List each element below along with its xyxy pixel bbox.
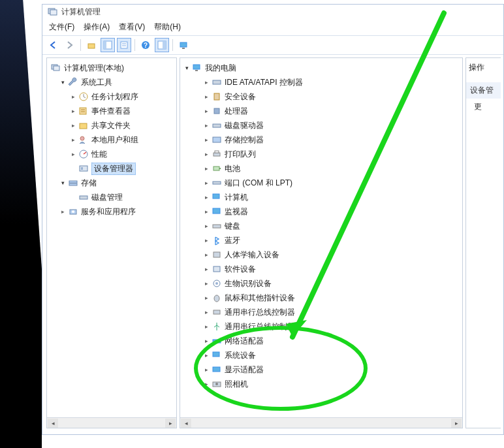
tree-task-scheduler[interactable]: ▸ 任务计划程序 [69,89,175,104]
chevron-right-icon[interactable]: ▸ [202,309,210,315]
tree-services[interactable]: ▸ 服务和应用程序 [59,204,175,219]
tree-usb-hub[interactable]: ▸通用串行总线控制器 [202,305,461,319]
tree-root-my-computer[interactable]: ▾ 我的电脑 [183,61,461,75]
biometric-icon [212,278,222,289]
chevron-right-icon[interactable]: ▸ [202,323,210,330]
scroll-right-icon[interactable]: ▸ [451,419,462,428]
chevron-right-icon[interactable]: ▸ [69,136,77,143]
chevron-right-icon[interactable]: ▸ [202,208,210,215]
tree-disk-drives[interactable]: ▸磁盘驱动器 [202,118,461,133]
svg-point-48 [215,282,218,285]
chevron-down-icon[interactable]: ▾ [59,79,67,86]
chevron-right-icon[interactable]: ▸ [202,338,210,344]
tree-mouse[interactable]: ▸鼠标和其他指针设备 [202,291,461,305]
properties-button[interactable] [117,38,131,52]
chevron-right-icon[interactable]: ▸ [202,194,210,200]
tree-display-adapters[interactable]: ▸显示适配器 [202,362,461,377]
chevron-right-icon[interactable]: ▸ [202,352,210,359]
tree-usb-controllers[interactable]: ▸通用串行总线控制器 [202,319,461,334]
chevron-right-icon[interactable]: ▸ [202,381,210,387]
svg-rect-44 [213,225,221,228]
tree-device-manager[interactable]: 设备管理器 [69,161,175,176]
tree-label: 事件查看器 [91,106,131,117]
chevron-right-icon[interactable]: ▸ [202,180,210,186]
chevron-right-icon[interactable]: ▸ [202,79,210,86]
tree-performance[interactable]: ▸ 性能 [69,147,175,161]
tree-hid[interactable]: ▸人体学输入设备 [202,248,461,262]
chevron-right-icon[interactable]: ▸ [202,122,210,129]
center-scrollbar[interactable]: ◂ ▸ [180,417,462,428]
tree-event-viewer[interactable]: ▸ 事件查看器 [69,104,175,118]
scroll-track[interactable] [59,419,165,428]
chevron-right-icon[interactable]: ▸ [69,108,77,114]
svg-rect-40 [219,168,221,169]
tree-bluetooth[interactable]: ▸蓝牙 [202,233,461,248]
tree-print-queues[interactable]: ▸打印队列 [202,147,461,161]
tree-shared-folders[interactable]: ▸ 共享文件夹 [69,118,175,133]
tree-software-devices[interactable]: ▸软件设备 [202,262,461,276]
chevron-right-icon[interactable]: ▸ [69,122,77,129]
tree-security-devices[interactable]: ▸安全设备 [202,89,461,104]
monitor-button[interactable] [176,38,191,52]
toolbar: ? [42,35,503,55]
actions-group[interactable]: 设备管 [466,82,501,99]
chevron-right-icon[interactable]: ▸ [202,223,210,229]
tree-system-tools[interactable]: ▾ 系统工具 [59,75,175,89]
chevron-right-icon[interactable]: ▸ [69,151,77,157]
chevron-right-icon[interactable]: ▸ [202,93,210,100]
chevron-right-icon[interactable]: ▸ [202,295,210,301]
chevron-right-icon[interactable]: ▸ [59,208,67,215]
left-scrollbar[interactable]: ◂ ▸ [47,417,176,428]
tree-camera[interactable]: ▸照相机 [202,377,461,391]
menu-action[interactable]: 操作(A) [84,22,110,33]
tree-monitors[interactable]: ▸监视器 [202,204,461,219]
tree-storage[interactable]: ▾ 存储 [59,176,175,190]
tree-label: 服务和应用程序 [81,206,136,217]
tree-label: 设备管理器 [91,163,136,175]
chevron-down-icon[interactable]: ▾ [183,65,191,71]
tree-processor[interactable]: ▸处理器 [202,104,461,118]
tree-network-adapters[interactable]: ▸网络适配器 [202,334,461,348]
menu-file[interactable]: 文件(F) [49,22,74,33]
chevron-right-icon[interactable]: ▸ [202,136,210,143]
chevron-right-icon[interactable]: ▸ [202,280,210,287]
tree-keyboards[interactable]: ▸键盘 [202,219,461,233]
menu-help[interactable]: 帮助(H) [154,22,181,33]
tree-storage-controllers[interactable]: ▸存储控制器 [202,133,461,147]
refresh-button[interactable] [155,38,169,52]
tree-label: 计算机管理(本地) [64,63,124,74]
help-button[interactable]: ? [138,38,153,52]
actions-more[interactable]: 更 [466,99,501,115]
back-button[interactable] [46,38,61,52]
chevron-right-icon[interactable]: ▸ [202,366,210,373]
center-tree-panel: ▾ 我的电脑 ▸IDE ATA/ATAPI 控制器 ▸安全设备 ▸处理器 ▸磁盘… [180,57,463,428]
tree-system-devices[interactable]: ▸系统设备 [202,348,461,362]
tree-local-users[interactable]: ▸ 本地用户和组 [69,133,175,147]
tree-battery[interactable]: ▸电池 [202,161,461,176]
svg-rect-39 [213,167,219,170]
chevron-right-icon[interactable]: ▸ [202,237,210,244]
hid-icon [212,249,222,260]
chevron-right-icon[interactable]: ▸ [202,151,210,157]
scroll-left-icon[interactable]: ◂ [181,419,191,428]
tree-computer[interactable]: ▸计算机 [202,190,461,204]
chevron-right-icon[interactable]: ▸ [202,108,210,114]
chevron-right-icon[interactable]: ▸ [202,251,210,258]
show-hide-tree-button[interactable] [101,38,115,52]
chevron-right-icon[interactable]: ▸ [69,93,77,100]
tree-root-computer-mgmt[interactable]: 计算机管理(本地) [50,61,175,75]
chevron-down-icon[interactable]: ▾ [59,180,67,186]
chevron-right-icon[interactable]: ▸ [202,165,210,172]
scroll-left-icon[interactable]: ◂ [48,419,58,428]
forward-button[interactable] [63,38,77,52]
tree-biometric[interactable]: ▸生物识别设备 [202,276,461,291]
chevron-right-icon[interactable]: ▸ [202,266,210,272]
tree-ports[interactable]: ▸端口 (COM 和 LPT) [202,176,461,190]
scroll-right-icon[interactable]: ▸ [165,419,176,428]
tree-disk-mgmt[interactable]: 磁盘管理 [69,190,175,204]
menu-view[interactable]: 查看(V) [119,22,145,33]
up-button[interactable] [84,38,99,52]
svg-rect-27 [80,196,87,199]
scroll-track[interactable] [192,419,450,428]
tree-ide-controller[interactable]: ▸IDE ATA/ATAPI 控制器 [202,75,461,89]
